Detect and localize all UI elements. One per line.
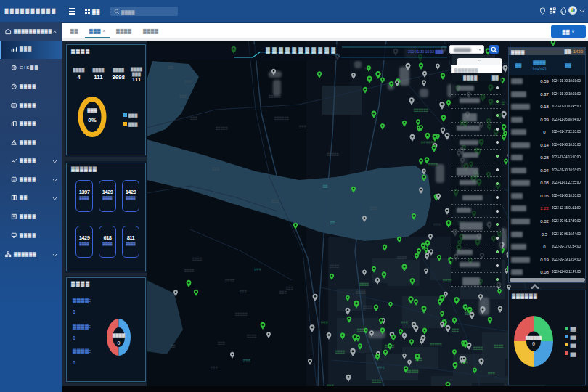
svg-text:▒▒▒▒: ▒▒▒▒ <box>359 282 369 286</box>
svg-text:▒▒▒: ▒▒▒ <box>321 321 328 324</box>
svg-text:▒▒: ▒▒ <box>168 65 173 69</box>
svg-text:▒▒▒: ▒▒▒ <box>243 359 250 362</box>
svg-text:▒▒▒: ▒▒▒ <box>299 125 306 128</box>
svg-text:▒▒▒▒: ▒▒▒▒ <box>473 346 483 350</box>
svg-text:▒▒▒▒: ▒▒▒▒ <box>372 379 381 383</box>
svg-text:▒▒▒: ▒▒▒ <box>190 116 197 120</box>
svg-text:▒▒▒▒: ▒▒▒▒ <box>494 344 503 348</box>
svg-text:▒▒▒▒▒: ▒▒▒▒▒ <box>407 369 419 373</box>
svg-text:▒▒▒▒: ▒▒▒▒ <box>184 269 194 272</box>
svg-text:▒▒▒▒: ▒▒▒▒ <box>192 257 202 261</box>
svg-text:▒▒▒▒▒: ▒▒▒▒▒ <box>235 312 248 316</box>
svg-text:▒▒▒: ▒▒▒ <box>254 268 261 271</box>
svg-text:▒▒▒: ▒▒▒ <box>218 341 225 345</box>
svg-text:▒▒▒: ▒▒▒ <box>240 290 247 293</box>
svg-text:▒▒▒: ▒▒▒ <box>279 290 287 294</box>
svg-text:▒▒▒▒▒: ▒▒▒▒▒ <box>327 152 339 156</box>
svg-text:▒▒▒: ▒▒▒ <box>286 286 293 290</box>
svg-text:▒▒▒▒: ▒▒▒▒ <box>330 264 339 268</box>
svg-text:▒▒▒: ▒▒▒ <box>212 167 219 171</box>
svg-text:▒▒: ▒▒ <box>330 221 335 224</box>
svg-text:▒▒▒: ▒▒▒ <box>401 321 408 324</box>
svg-text:▒▒▒▒▒: ▒▒▒▒▒ <box>430 343 442 346</box>
svg-text:▒▒▒▒: ▒▒▒▒ <box>225 279 234 282</box>
svg-text:▒▒▒▒: ▒▒▒▒ <box>363 305 372 309</box>
svg-text:▒▒▒: ▒▒▒ <box>370 206 377 210</box>
svg-text:▒▒▒▒▒▒: ▒▒▒▒▒▒ <box>274 116 289 120</box>
svg-text:▒▒▒▒: ▒▒▒▒ <box>247 334 256 338</box>
svg-text:▒▒▒▒▒: ▒▒▒▒▒ <box>269 94 281 98</box>
svg-text:▒▒▒▒: ▒▒▒▒ <box>428 163 438 166</box>
svg-text:▒▒▒: ▒▒▒ <box>271 199 279 203</box>
svg-text:▒▒▒▒▒: ▒▒▒▒▒ <box>216 126 228 130</box>
svg-text:▒▒▒▒▒▒: ▒▒▒▒▒▒ <box>414 108 428 112</box>
svg-text:▒▒▒: ▒▒▒ <box>488 372 495 375</box>
svg-text:▒▒: ▒▒ <box>171 344 176 348</box>
svg-text:▒▒▒: ▒▒▒ <box>377 366 385 369</box>
svg-text:▒▒▒▒: ▒▒▒▒ <box>335 350 345 354</box>
svg-text:▒▒▒: ▒▒▒ <box>433 223 441 226</box>
svg-text:▒▒▒▒: ▒▒▒▒ <box>397 256 407 259</box>
svg-text:▒▒▒: ▒▒▒ <box>211 366 218 369</box>
svg-text:▒▒▒: ▒▒▒ <box>184 80 192 83</box>
svg-text:▒▒▒▒: ▒▒▒▒ <box>356 290 365 294</box>
svg-text:▒▒▒: ▒▒▒ <box>452 328 459 332</box>
svg-text:▒▒▒: ▒▒▒ <box>179 94 187 98</box>
svg-text:▒▒: ▒▒ <box>323 184 328 188</box>
